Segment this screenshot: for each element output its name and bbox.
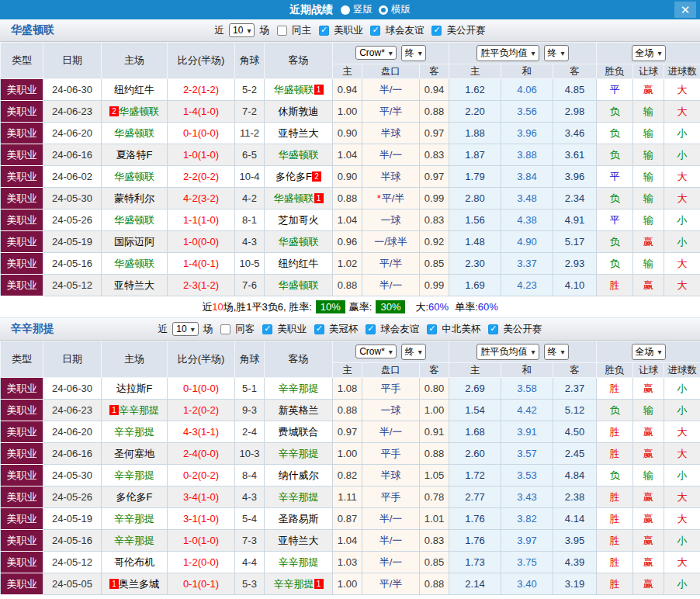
score-cell: 0-2(0-2)	[168, 465, 235, 486]
away-team-cell: 辛辛那提1	[265, 573, 333, 595]
league-label: 球会友谊	[380, 323, 419, 336]
avg-final-select[interactable]: 终▾	[544, 45, 569, 61]
match-count-select[interactable]: 10▾	[172, 322, 198, 336]
league-checkbox[interactable]	[366, 324, 376, 334]
away-team-cell: 芝加哥火	[265, 209, 333, 231]
away-team-cell: 圣路易斯	[265, 508, 333, 530]
avg-draw-cell: 3.82	[501, 508, 553, 530]
handicap-value: 半球	[381, 469, 401, 481]
result-wdl-cell: 负	[597, 231, 633, 253]
away-team-cell: 休斯敦迪	[265, 101, 333, 123]
scope-select[interactable]: 全场▾	[632, 344, 666, 360]
league-checkbox[interactable]	[262, 324, 272, 334]
league-checkbox[interactable]	[431, 26, 442, 36]
league-label: 美职业	[334, 24, 363, 37]
match-row: 美职业24-05-19辛辛那提3-1(1-0)5-4圣路易斯0.87半/一1.0…	[1, 508, 700, 530]
close-icon: ✕	[681, 3, 691, 17]
avg-draw-cell: 3.75	[501, 552, 553, 573]
away-team-name: 华盛顿联	[279, 279, 319, 291]
handicap-value: 平/半	[379, 578, 403, 590]
home-team-name: 华盛顿联	[114, 258, 154, 269]
league-checkbox[interactable]	[370, 26, 380, 36]
home-odds-cell: 1.04	[333, 209, 362, 231]
match-date-cell: 24-05-16	[43, 530, 102, 552]
home-team-cell: 达拉斯F	[102, 378, 168, 400]
odds-final-select[interactable]: 终▾	[401, 45, 426, 61]
same-venue-checkbox[interactable]	[277, 26, 287, 36]
match-row: 美职业24-06-20华盛顿联0-1(0-0)11-2亚特兰大0.90半球0.9…	[1, 123, 700, 144]
league-type-cell: 美职业	[1, 253, 43, 275]
score-cell: 1-0(1-0)	[168, 144, 235, 166]
match-date-cell: 24-05-26	[43, 486, 102, 508]
avg-odds-select[interactable]: 胜平负均值▾	[476, 45, 539, 61]
handicap-value: 半/一	[379, 513, 403, 525]
handicap-cell: 半/一	[362, 421, 420, 443]
titlebar: 近期战绩 竖版 横版 ✕	[0, 0, 700, 19]
match-row: 美职业24-06-231辛辛那提1-2(0-2)9-3新英格兰0.88一球1.0…	[1, 400, 700, 421]
match-row: 美职业24-06-20辛辛那提4-3(1-1)2-4费城联合0.97半/一0.9…	[1, 421, 700, 443]
away-team-cell: 辛辛那提	[265, 552, 333, 573]
away-team-name: 多伦多F	[275, 171, 312, 182]
chevron-down-icon: ▾	[418, 348, 422, 356]
horizontal-layout-radio[interactable]	[379, 5, 388, 15]
home-team-name: 夏洛特F	[116, 149, 153, 161]
chevron-down-icon: ▾	[389, 49, 393, 57]
avg-final-select[interactable]: 终▾	[544, 344, 569, 360]
score-cell: 1-0(1-0)	[168, 530, 235, 552]
odds-source-select-value: Crow*	[359, 47, 385, 58]
horizontal-layout-label: 横版	[391, 3, 411, 16]
home-odds-cell: 0.90	[333, 166, 362, 188]
result-wdl-cell: 胜	[597, 552, 633, 573]
away-odds-cell: 0.80	[420, 378, 449, 400]
result-handicap-cell: 赢	[633, 552, 664, 573]
avg-home-cell: 1.69	[449, 275, 501, 296]
result-handicap-cell: 输	[633, 123, 664, 144]
home-team-cell: 多伦多F	[102, 486, 168, 508]
header-group-row: 类型日期主场比分(半场)角球客场Crow*▾终▾胜平负均值▾终▾全场▾	[1, 341, 700, 363]
close-button[interactable]: ✕	[674, 2, 696, 18]
league-checkbox[interactable]	[319, 26, 329, 36]
handicap-value: 半/一	[379, 149, 403, 161]
column-header: 比分(半场)	[168, 341, 235, 378]
away-team-cell: 辛辛那提	[265, 443, 333, 465]
avg-odds-select[interactable]: 胜平负均值▾	[476, 344, 539, 360]
big-rate-label: 大:	[415, 300, 428, 314]
match-count-select[interactable]: 10▾	[229, 23, 255, 37]
handicap-value: 半/一	[379, 279, 403, 291]
result-wdl-cell: 胜	[597, 508, 633, 530]
avg-final-select-value: 终	[548, 345, 557, 358]
away-odds-cell: 0.88	[420, 443, 449, 465]
red-card-badge: 1	[109, 405, 119, 415]
match-date-cell: 24-06-30	[43, 79, 102, 101]
odds-source-select[interactable]: Crow*▾	[355, 345, 397, 358]
avg-draw-cell: 3.37	[501, 253, 553, 275]
odds-source-select[interactable]: Crow*▾	[355, 46, 397, 60]
away-team-cell: 纽约红牛	[265, 253, 333, 275]
home-odds-cell: 0.88	[333, 400, 362, 421]
team-name: 华盛顿联	[11, 19, 54, 41]
league-type-cell: 美职业	[1, 508, 43, 530]
league-checkbox[interactable]	[314, 324, 324, 334]
away-odds-cell: 0.88	[420, 573, 449, 595]
match-row: 美职业24-05-30辛辛那提0-2(0-2)8-4纳什威尔0.82半球1.05…	[1, 465, 700, 486]
match-row: 美职业24-05-26多伦多F3-4(1-0)4-3辛辛那提1.11平手0.78…	[1, 486, 700, 508]
avg-draw-cell: 3.58	[501, 378, 553, 400]
result-handicap-cell: 赢	[633, 508, 664, 530]
home-team-name: 辛辛那提	[114, 469, 154, 481]
handicap-cell: 半/一	[362, 508, 420, 530]
scope-select[interactable]: 全场▾	[632, 45, 666, 61]
profit-rate-label: 赢率:	[349, 300, 373, 314]
same-venue-label: 同客	[235, 323, 255, 336]
odds-final-select[interactable]: 终▾	[401, 344, 426, 360]
score-cell: 4-2(3-2)	[168, 188, 235, 209]
same-venue-checkbox[interactable]	[220, 324, 230, 334]
vertical-layout-radio[interactable]	[341, 5, 350, 15]
league-checkbox[interactable]	[427, 324, 437, 334]
sub-column-header: 进球数	[664, 363, 700, 378]
chevron-down-icon: ▾	[531, 348, 535, 356]
corner-cell: 11-2	[235, 123, 265, 144]
sub-column-header: 主	[333, 363, 362, 378]
home-odds-cell: 1.08	[333, 378, 362, 400]
league-checkbox[interactable]	[488, 324, 498, 334]
result-handicap-cell: 赢	[633, 378, 664, 400]
